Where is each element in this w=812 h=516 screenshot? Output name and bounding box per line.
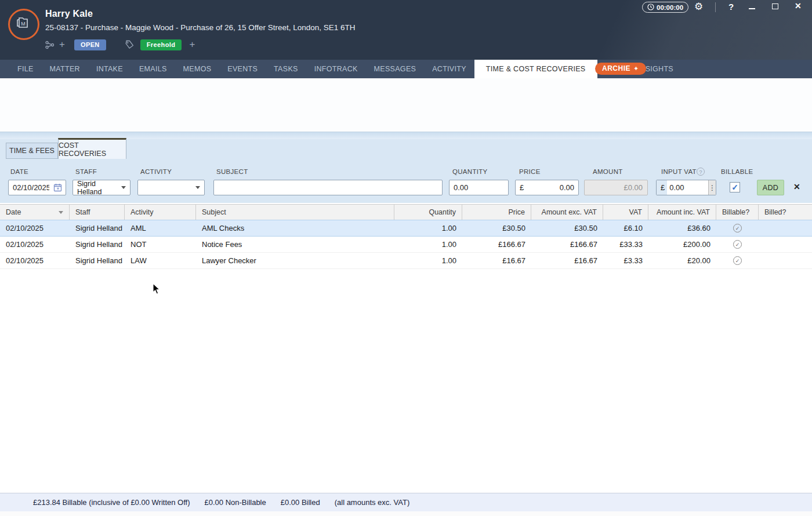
subject-input[interactable] — [214, 180, 442, 195]
timer[interactable]: 00:00:00 — [642, 2, 688, 13]
staff-select[interactable]: Sigrid Helland — [72, 180, 130, 195]
add-tag-icon[interactable]: + — [189, 39, 195, 50]
menu-tab-infotrack[interactable]: INFOTRACK — [306, 60, 366, 78]
add-relation-icon[interactable]: + — [59, 39, 65, 50]
cell-billable: ✓ — [716, 237, 759, 252]
billable-check-icon: ✓ — [733, 256, 742, 265]
close-button[interactable]: ✕ — [795, 1, 802, 10]
table-row[interactable]: 02/10/2025Sigrid HellandNOTNotice Fees1.… — [0, 237, 812, 253]
cell-price: £16.67 — [462, 253, 531, 268]
cell-quantity: 1.00 — [394, 253, 462, 268]
menu-tab-emails[interactable]: EMAILS — [131, 60, 175, 78]
subject-label: SUBJECT — [216, 168, 248, 175]
sort-descending-icon[interactable] — [59, 211, 63, 214]
status-non-billable-total: £0.00 Non-Billable — [205, 498, 266, 507]
column-header-vat[interactable]: VAT — [603, 205, 648, 220]
menu-tab-messages[interactable]: MESSAGES — [366, 60, 425, 78]
minimize-button[interactable] — [749, 8, 755, 9]
date-input[interactable] — [9, 180, 53, 195]
column-header-amount-inc-vat[interactable]: Amount inc. VAT — [648, 205, 716, 220]
column-header-quantity[interactable]: Quantity — [394, 205, 462, 220]
help-icon[interactable]: ? — [728, 2, 734, 12]
matter-description: 25-08137 - Purchase - Maggie Wood - Purc… — [45, 23, 356, 32]
column-header-staff[interactable]: Staff — [70, 205, 125, 220]
maximize-button[interactable] — [772, 3, 778, 9]
cell-amount-inc-vat: £200.00 — [648, 237, 716, 252]
column-header-activity[interactable]: Activity — [125, 205, 196, 220]
quantity-input[interactable] — [449, 180, 508, 195]
column-header-label: Price — [509, 208, 525, 216]
billable-checkbox[interactable]: ✓ — [730, 182, 740, 192]
cell-staff: Sigrid Helland — [70, 220, 125, 236]
status-bar: £213.84 Billable (inclusive of £0.00 Wri… — [0, 493, 812, 511]
column-header-amount-exc-vat[interactable]: Amount exc. VAT — [531, 205, 603, 220]
table-row[interactable]: 02/10/2025Sigrid HellandLAWLawyer Checke… — [0, 253, 812, 269]
date-field[interactable] — [8, 180, 66, 195]
cell-amount-exc-vat: £16.67 — [531, 253, 603, 268]
column-header-label: Billed? — [764, 208, 786, 216]
column-header-price[interactable]: Price — [462, 205, 531, 220]
calendar-icon[interactable] — [53, 183, 62, 192]
share-icon[interactable] — [45, 41, 55, 49]
matter-avatar[interactable]: M — [8, 9, 39, 40]
input-vat-input[interactable] — [667, 180, 708, 195]
amount-field: £0.00 — [584, 180, 648, 195]
cell-billed — [759, 237, 812, 252]
amount-label: AMOUNT — [593, 168, 623, 175]
menu-tab-matter[interactable]: MATTER — [42, 60, 88, 78]
clock-icon — [647, 3, 654, 12]
matter-status-badge[interactable]: OPEN — [74, 39, 106, 50]
mouse-cursor-icon — [153, 283, 161, 297]
column-header-label: Date — [6, 208, 21, 216]
column-header-subject[interactable]: Subject — [196, 205, 394, 220]
column-header-billed-[interactable]: Billed? — [759, 205, 812, 220]
menu-tab-events[interactable]: EVENTS — [219, 60, 266, 78]
cell-date: 02/10/2025 — [0, 253, 70, 268]
input-vat-field[interactable]: £ ⋮ — [656, 180, 716, 195]
ribbon: Time/Fee £ Cost Recovery Print — [0, 78, 812, 132]
add-button[interactable]: ADD — [757, 180, 784, 195]
cell-quantity: 1.00 — [394, 237, 462, 252]
input-vat-options-icon[interactable]: ⋮ — [708, 180, 716, 195]
status-note: (all amounts exc. VAT) — [335, 498, 410, 507]
table-row[interactable]: 02/10/2025Sigrid HellandAMLAML Checks1.0… — [0, 220, 812, 237]
quantity-field[interactable] — [449, 180, 509, 195]
column-header-date[interactable]: Date — [0, 205, 70, 220]
price-field[interactable]: £ — [515, 180, 579, 195]
tab-cost-recoveries[interactable]: COST RECOVERIES — [58, 138, 126, 159]
cell-amount-inc-vat: £20.00 — [648, 253, 716, 268]
tag-icon[interactable] — [125, 40, 135, 49]
cell-amount-exc-vat: £166.67 — [531, 237, 603, 252]
staff-caret-icon — [121, 186, 126, 189]
menu-tab-memos[interactable]: MEMOS — [175, 60, 220, 78]
menu-strip: FILEMATTERINTAKEEMAILSMEMOSEVENTSTASKSIN… — [0, 60, 812, 78]
subject-field[interactable] — [213, 180, 443, 195]
archie-label: ARCHIE — [602, 64, 630, 72]
column-header-label: Subject — [202, 208, 226, 216]
titlebar-divider — [715, 2, 716, 12]
amount-value: £0.00 — [585, 183, 647, 192]
menu-tab-file[interactable]: FILE — [9, 60, 42, 78]
price-input[interactable] — [526, 180, 578, 195]
menu-tab-time-cost-recoveries[interactable]: TIME & COST RECOVERIES — [474, 60, 597, 78]
archie-button[interactable]: ARCHIE ✦ — [595, 63, 646, 75]
input-vat-help-icon[interactable]: ? — [697, 168, 705, 176]
cell-staff: Sigrid Helland — [70, 237, 125, 252]
bottom-strip — [0, 511, 812, 516]
clear-form-icon[interactable]: ✕ — [793, 182, 800, 191]
column-header-label: Activity — [130, 208, 154, 216]
column-header-label: Staff — [75, 208, 90, 216]
activity-select[interactable] — [137, 180, 205, 195]
cell-quantity: 1.00 — [394, 220, 462, 236]
cell-date: 02/10/2025 — [0, 220, 70, 236]
billable-label: BILLABLE — [721, 168, 753, 175]
column-header-billable-[interactable]: Billable? — [716, 205, 759, 220]
tag-badge[interactable]: Freehold — [140, 39, 182, 50]
menu-tab-intake[interactable]: INTAKE — [88, 60, 131, 78]
svg-text:M: M — [21, 21, 26, 27]
menu-tab-activity[interactable]: ACTIVITY — [424, 60, 474, 78]
tab-time-fees[interactable]: TIME & FEES — [6, 143, 58, 159]
status-billable-total: £213.84 Billable (inclusive of £0.00 Wri… — [33, 498, 190, 507]
settings-gear-icon[interactable]: ⚙ — [694, 2, 703, 12]
menu-tab-tasks[interactable]: TASKS — [266, 60, 306, 78]
